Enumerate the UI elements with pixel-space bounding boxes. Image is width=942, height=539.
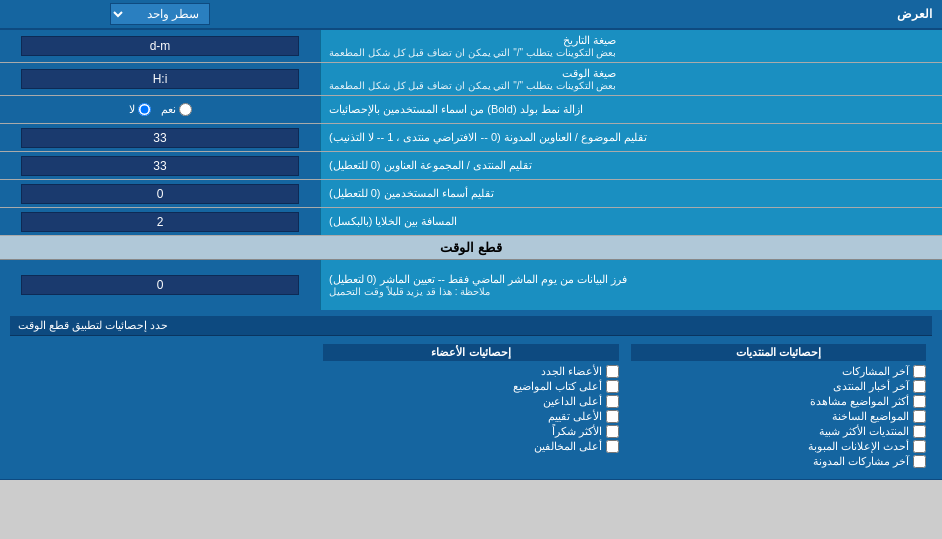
page-title: العرض <box>320 3 942 25</box>
checkbox-col-forums: إحصائيات المنتديات آخر المشاركات آخر أخب… <box>625 340 932 473</box>
display-select-cell: سطر واحدسطرينثلاثة أسطر <box>0 0 320 28</box>
list-item: آخر مشاركات المدونة <box>631 454 926 469</box>
date-format-label: صيغة التاريخ <box>563 34 616 46</box>
list-item: أعلى الداعين <box>323 394 618 409</box>
cb-forum-1[interactable] <box>913 365 926 378</box>
cb-member-2[interactable] <box>606 380 619 393</box>
bold-remove-label: ازالة نمط بولد (Bold) من اسماء المستخدمي… <box>329 103 583 116</box>
topics-trim-input[interactable] <box>21 128 298 148</box>
forum-trim-label-cell: تقليم المنتدى / المجموعة العناوين (0 للت… <box>320 152 942 179</box>
usernames-trim-label: تقليم أسماء المستخدمين (0 للتعطيل) <box>329 187 494 200</box>
checkbox-area: حدد إحصائيات لتطبيق قطع الوقت إحصائيات ا… <box>0 310 942 480</box>
cell-spacing-input[interactable] <box>21 212 298 232</box>
list-item: أحدث الإعلانات المبوبة <box>631 439 926 454</box>
cell-spacing-input-cell <box>0 208 320 235</box>
list-item: أعلى المخالفين <box>323 439 618 454</box>
topics-trim-label-cell: تقليم الموضوع / العناوين المدونة (0 -- ا… <box>320 124 942 151</box>
cb-forum-3[interactable] <box>913 395 926 408</box>
time-format-input-cell <box>0 63 320 95</box>
topics-trim-label: تقليم الموضوع / العناوين المدونة (0 -- ا… <box>329 131 647 144</box>
cb-member-5[interactable] <box>606 425 619 438</box>
cb-forum-6[interactable] <box>913 440 926 453</box>
cutoff-section-header: قطع الوقت <box>0 236 942 260</box>
bold-no-radio[interactable] <box>138 103 151 116</box>
list-item: آخر المشاركات <box>631 364 926 379</box>
cb-forum-7[interactable] <box>913 455 926 468</box>
date-format-input[interactable] <box>21 36 298 56</box>
cb-forum-2[interactable] <box>913 380 926 393</box>
usernames-trim-input-cell <box>0 180 320 207</box>
cell-spacing-label: المسافة بين الخلايا (بالبكسل) <box>329 215 458 228</box>
members-col-title: إحصائيات الأعضاء <box>323 344 618 361</box>
checkbox-columns: إحصائيات المنتديات آخر المشاركات آخر أخب… <box>10 340 932 473</box>
topics-trim-input-cell <box>0 124 320 151</box>
list-item: الأعضاء الجدد <box>323 364 618 379</box>
usernames-trim-input[interactable] <box>21 184 298 204</box>
bold-remove-label-cell: ازالة نمط بولد (Bold) من اسماء المستخدمي… <box>320 96 942 123</box>
usernames-trim-label-cell: تقليم أسماء المستخدمين (0 للتعطيل) <box>320 180 942 207</box>
cutoff-label-cell: فرز البيانات من يوم الماشر الماضي فقط --… <box>320 260 942 310</box>
cb-forum-5[interactable] <box>913 425 926 438</box>
cutoff-label: فرز البيانات من يوم الماشر الماضي فقط --… <box>329 273 627 286</box>
list-item: آخر أخبار المنتدى <box>631 379 926 394</box>
list-item: المواضيع الساخنة <box>631 409 926 424</box>
checkbox-col-empty <box>10 340 317 473</box>
time-format-label: صيغة الوقت <box>562 67 616 79</box>
bold-radio-cell: نعم لا <box>0 96 320 123</box>
time-format-sublabel: بعض التكوينات يتطلب "/" التي يمكن ان تضا… <box>329 80 616 91</box>
bold-yes-label[interactable]: نعم <box>161 103 192 116</box>
cb-member-3[interactable] <box>606 395 619 408</box>
cb-forum-4[interactable] <box>913 410 926 423</box>
cb-member-6[interactable] <box>606 440 619 453</box>
display-select[interactable]: سطر واحدسطرينثلاثة أسطر <box>110 3 210 25</box>
list-item: الأعلى تقييم <box>323 409 618 424</box>
forum-trim-input[interactable] <box>21 156 298 176</box>
date-format-input-cell <box>0 30 320 62</box>
list-item: أعلى كتاب المواضيع <box>323 379 618 394</box>
bold-yes-radio[interactable] <box>179 103 192 116</box>
list-item: المنتديات الأكثر شبية <box>631 424 926 439</box>
cutoff-input-cell <box>0 260 320 310</box>
bold-no-label[interactable]: لا <box>129 103 151 116</box>
cb-member-4[interactable] <box>606 410 619 423</box>
date-format-sublabel: بعض التكوينات يتطلب "/" التي يمكن ان تضا… <box>329 47 616 58</box>
forum-trim-label: تقليم المنتدى / المجموعة العناوين (0 للت… <box>329 159 532 172</box>
checkbox-col-members: إحصائيات الأعضاء الأعضاء الجدد أعلى كتاب… <box>317 340 624 473</box>
date-format-label-cell: صيغة التاريخ بعض التكوينات يتطلب "/" الت… <box>320 30 942 62</box>
list-item: أكثر المواضيع مشاهدة <box>631 394 926 409</box>
time-format-input[interactable] <box>21 69 298 89</box>
cutoff-note: ملاحظة : هذا قد يزيد قليلاً وقت التحميل <box>329 286 490 297</box>
cell-spacing-label-cell: المسافة بين الخلايا (بالبكسل) <box>320 208 942 235</box>
list-item: الأكثر شكراً <box>323 424 618 439</box>
limit-label: حدد إحصائيات لتطبيق قطع الوقت <box>18 319 168 332</box>
time-format-label-cell: صيغة الوقت بعض التكوينات يتطلب "/" التي … <box>320 63 942 95</box>
forums-col-title: إحصائيات المنتديات <box>631 344 926 361</box>
cutoff-input[interactable] <box>21 275 298 295</box>
cb-member-1[interactable] <box>606 365 619 378</box>
forum-trim-input-cell <box>0 152 320 179</box>
